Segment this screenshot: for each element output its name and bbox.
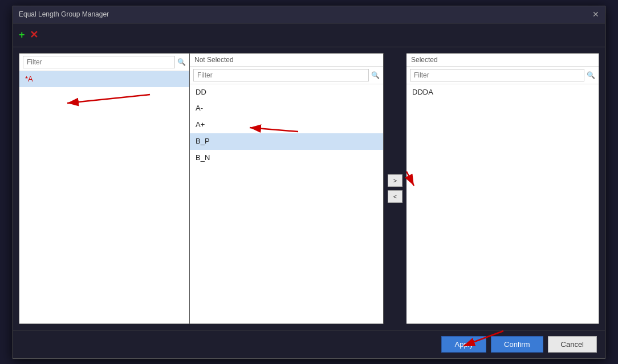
list-item[interactable]: B_N (190, 150, 383, 166)
transfer-buttons: > < (384, 53, 406, 324)
list-item[interactable]: A- (190, 100, 383, 117)
dialog-title: Equal Length Group Manager (19, 10, 109, 18)
footer: Apply Confirm Cancel (13, 330, 605, 358)
list-item[interactable]: DDDA (406, 84, 599, 101)
content-area: 🔍 *A Not Selected 🔍 DD A- A+ B_P B_N > (13, 47, 605, 330)
right-list: DDDA (406, 84, 599, 324)
right-panel-header: Selected (406, 54, 599, 67)
left-search-icon: 🔍 (177, 58, 186, 66)
panel-right: Selected 🔍 DDDA (406, 53, 599, 324)
panel-middle: Not Selected 🔍 DD A- A+ B_P B_N (190, 53, 384, 324)
middle-filter-row: 🔍 (190, 67, 383, 84)
apply-button[interactable]: Apply (441, 336, 486, 353)
title-bar: Equal Length Group Manager ✕ (13, 6, 605, 23)
left-filter-row: 🔍 (19, 54, 189, 71)
middle-list: DD A- A+ B_P B_N (190, 84, 383, 324)
list-item[interactable]: B_P (190, 133, 383, 150)
dialog: Equal Length Group Manager ✕ + ✕ 🔍 *A No… (13, 6, 605, 359)
toolbar: + ✕ (13, 23, 605, 47)
confirm-button[interactable]: Confirm (491, 336, 543, 353)
left-filter-input[interactable] (23, 56, 175, 68)
panel-left: 🔍 *A (19, 53, 190, 324)
left-list: *A (19, 71, 189, 324)
right-filter-input[interactable] (410, 69, 584, 81)
list-item[interactable]: *A (19, 71, 189, 88)
transfer-left-button[interactable]: < (388, 190, 402, 203)
right-search-icon: 🔍 (587, 71, 595, 79)
list-item[interactable]: A+ (190, 117, 383, 133)
remove-button[interactable]: ✕ (30, 30, 38, 40)
middle-filter-input[interactable] (193, 69, 369, 81)
right-filter-row: 🔍 (406, 67, 599, 84)
close-button[interactable]: ✕ (592, 10, 599, 18)
list-item[interactable]: DD (190, 84, 383, 101)
middle-search-icon: 🔍 (371, 71, 380, 79)
add-button[interactable]: + (19, 30, 25, 40)
cancel-button[interactable]: Cancel (548, 336, 597, 353)
transfer-right-button[interactable]: > (388, 174, 402, 187)
middle-panel-header: Not Selected (190, 54, 383, 67)
